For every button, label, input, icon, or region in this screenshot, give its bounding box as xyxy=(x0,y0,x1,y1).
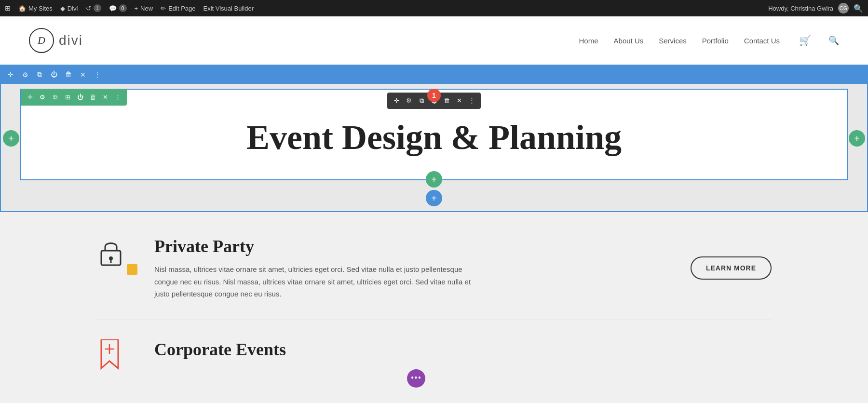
content-area: Private Party Nisl massa, ultrices vitae… xyxy=(0,212,868,403)
add-column-right-button[interactable]: + xyxy=(849,130,865,147)
delete-icon[interactable]: 🗑 xyxy=(64,70,73,80)
module-copy-icon[interactable]: ⧉ xyxy=(417,96,426,105)
nav-home[interactable]: Home xyxy=(579,37,598,45)
module-settings-icon[interactable]: ⚙ xyxy=(405,96,413,105)
more-icon[interactable]: ⋮ xyxy=(93,70,102,80)
main-nav: Home About Us Services Portfolio Contact… xyxy=(579,35,839,46)
add-column-left-button[interactable]: + xyxy=(3,130,19,147)
move-icon[interactable]: ✛ xyxy=(6,70,15,80)
search-icon[interactable]: 🔍 xyxy=(854,4,863,13)
section-toolbar: ✛ ⚙ ⧉ ⏻ 🗑 ✕ ⋮ xyxy=(1,66,867,84)
divi-link[interactable]: ◆ Divi xyxy=(60,5,78,12)
service-item-private-party: Private Party Nisl massa, ultrices vitae… xyxy=(96,236,772,320)
row-close-icon[interactable]: ✕ xyxy=(101,93,109,102)
my-sites-link[interactable]: 🏠 My Sites xyxy=(18,5,53,12)
revision-count: 1 xyxy=(94,4,101,12)
row-more-icon[interactable]: ⋮ xyxy=(113,93,122,102)
row-move-icon[interactable]: ✛ xyxy=(26,93,34,102)
cart-icon[interactable]: 🛒 xyxy=(799,35,811,46)
svg-point-1 xyxy=(109,256,113,260)
module-more-icon[interactable]: ⋮ xyxy=(467,96,476,105)
vb-section: ✛ ⚙ ⧉ ⏻ 🗑 ✕ ⋮ + ✛ ⚙ ⧉ ⊞ ⏻ 🗑 ✕ ⋮ 1 xyxy=(0,65,868,212)
avatar: CG xyxy=(838,3,849,13)
lock-icon xyxy=(96,236,125,271)
corporate-title: Corporate Events xyxy=(154,339,772,360)
module-close-icon[interactable]: ✕ xyxy=(455,96,463,105)
exit-vb-button[interactable]: Exit Visual Builder xyxy=(203,5,254,12)
search-icon[interactable]: 🔍 xyxy=(828,35,839,46)
revisions-link[interactable]: ↺ 1 xyxy=(86,4,101,12)
private-party-content: Private Party Nisl massa, ultrices vitae… xyxy=(154,236,671,300)
icon-decoration xyxy=(127,264,137,275)
module-toolbar: 1 ✛ ⚙ ⧉ ⏻ 🗑 ✕ ⋮ xyxy=(387,93,481,109)
wp-icon[interactable]: ⊞ xyxy=(5,4,11,12)
private-party-description: Nisl massa, ultrices vitae ornare sit am… xyxy=(154,263,482,300)
row-cols-icon[interactable]: ⊞ xyxy=(63,93,72,102)
private-party-learn-more-button[interactable]: LEARN MORE xyxy=(691,256,772,280)
nav-portfolio[interactable]: Portfolio xyxy=(702,37,729,45)
site-header: D divi Home About Us Services Portfolio … xyxy=(0,16,868,65)
module-move-icon[interactable]: ✛ xyxy=(392,96,401,105)
site-logo[interactable]: D divi xyxy=(29,28,83,53)
close-icon[interactable]: ✕ xyxy=(78,70,88,80)
logo-text: divi xyxy=(59,33,83,48)
row-layout-icon[interactable]: ⧉ xyxy=(51,93,59,102)
comments-link[interactable]: 💬 0 xyxy=(109,4,127,12)
private-party-title: Private Party xyxy=(154,236,671,256)
ellipsis-icon: ••• xyxy=(411,373,421,383)
row-disable-icon[interactable]: ⏻ xyxy=(76,93,84,102)
corporate-content: Corporate Events xyxy=(154,339,772,366)
row-toolbar: ✛ ⚙ ⧉ ⊞ ⏻ 🗑 ✕ ⋮ xyxy=(21,89,127,106)
row-settings-icon[interactable]: ⚙ xyxy=(38,93,47,102)
settings-icon[interactable]: ⚙ xyxy=(20,70,30,80)
comments-icon: 💬 xyxy=(109,5,117,12)
nav-services[interactable]: Services xyxy=(659,37,687,45)
error-badge: 1 xyxy=(427,89,441,102)
wordpress-icon: ⊞ xyxy=(5,4,11,12)
row-delete-icon[interactable]: 🗑 xyxy=(88,93,97,102)
revisions-icon: ↺ xyxy=(86,5,91,12)
edit-page-button[interactable]: ✏ Edit Page xyxy=(161,5,195,12)
add-section-bottom: + xyxy=(1,190,867,211)
private-party-icon-wrap xyxy=(96,236,135,275)
ellipsis-bubble[interactable]: ••• xyxy=(407,369,425,388)
row-container: ✛ ⚙ ⧉ ⊞ ⏻ 🗑 ✕ ⋮ 1 ✛ ⚙ ⧉ ⏻ 🗑 ✕ ⋮ xyxy=(20,89,848,180)
plus-icon: + xyxy=(135,5,138,12)
new-content-button[interactable]: + New xyxy=(135,5,153,12)
add-section-button[interactable]: + xyxy=(426,190,442,206)
logo-icon: D xyxy=(29,28,54,53)
admin-bar: ⊞ 🏠 My Sites ◆ Divi ↺ 1 💬 0 + New ✏ Edit… xyxy=(0,0,868,16)
nav-about[interactable]: About Us xyxy=(614,37,644,45)
pencil-icon: ✏ xyxy=(161,5,166,12)
disable-icon[interactable]: ⏻ xyxy=(49,70,59,80)
corporate-icon-wrap xyxy=(96,339,135,378)
add-module-button[interactable]: + xyxy=(426,171,442,188)
sites-icon: 🏠 xyxy=(18,5,26,12)
comment-count: 0 xyxy=(119,4,127,12)
divi-logo-icon: ◆ xyxy=(60,5,65,12)
nav-contact[interactable]: Contact Us xyxy=(744,37,780,45)
module-delete-icon[interactable]: 🗑 xyxy=(442,96,451,105)
service-item-corporate: Corporate Events ••• xyxy=(96,339,772,397)
duplicate-icon[interactable]: ⧉ xyxy=(35,70,44,80)
admin-user-info: Howdy, Christina Gwira CG 🔍 xyxy=(768,3,863,13)
corporate-icon xyxy=(96,339,123,373)
